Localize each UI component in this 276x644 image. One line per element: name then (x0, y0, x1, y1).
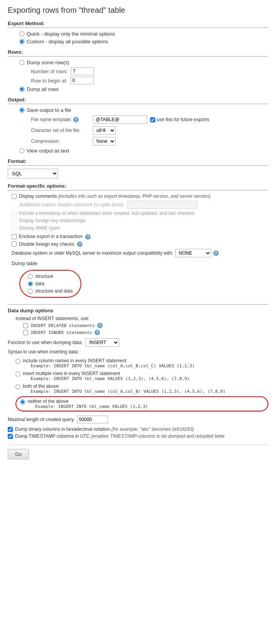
function-label: Function to use when dumping data: (8, 340, 82, 345)
enclose-transaction-info-icon[interactable]: ? (85, 234, 91, 240)
number-of-rows-row: Number of rows: (8, 67, 268, 75)
charset-label: Character set of the file: (31, 128, 93, 133)
include-timestamp-checkbox[interactable] (12, 211, 17, 216)
max-length-input[interactable] (77, 416, 108, 423)
custom-header-row: Additional custom header comment (\n spl… (8, 201, 268, 209)
syntax-multiple-rows-row: insert multiple rows in every INSERT sta… (15, 371, 268, 381)
save-to-file-row: Save output to a file (8, 107, 268, 113)
db-compat-row: Database system or older MySQL server to… (12, 249, 268, 257)
syntax-options: include column names in every INSERT sta… (15, 357, 268, 413)
use-for-future-checkbox[interactable] (150, 117, 155, 122)
db-compat-select[interactable]: NONE ANSI DB2 MAXDB MYSQL323 (175, 249, 211, 257)
row-begin-input[interactable] (70, 77, 94, 84)
syntax-multiple-rows-text: insert multiple rows in every INSERT sta… (23, 371, 190, 381)
file-name-template-label: File name template: ? (31, 117, 93, 123)
export-method-quick-row: Quick - display only the minimal options (8, 31, 268, 37)
include-timestamp-row: Include a timestamp of when databases we… (8, 211, 268, 216)
display-mime-checkbox[interactable] (12, 226, 17, 231)
display-foreign-key-checkbox[interactable] (12, 218, 17, 223)
format-specific-header: Format-specific options: (8, 183, 268, 190)
number-of-rows-input[interactable] (71, 67, 94, 75)
custom-header-input[interactable] (127, 201, 197, 209)
custom-header-label: Additional custom header comment (\n spl… (19, 202, 124, 207)
function-select[interactable]: INSERT UPDATE REPLACE (86, 338, 119, 347)
disable-foreign-key-info-icon[interactable]: ? (77, 242, 82, 247)
display-mime-label: Display MIME types (19, 225, 60, 231)
export-method-custom-radio[interactable] (19, 39, 24, 44)
db-compat-info-icon[interactable]: ? (213, 250, 219, 256)
export-method-quick-radio[interactable] (19, 31, 24, 36)
function-row: Function to use when dumping data: INSER… (8, 338, 268, 347)
output-section: Output: Save output to a file File name … (8, 97, 268, 154)
compression-select[interactable]: None zip gzip (93, 137, 116, 146)
compression-row: Compression: None zip gzip (8, 137, 268, 146)
disable-foreign-key-checkbox[interactable] (12, 242, 17, 247)
dump-all-row: Dump all rows (8, 86, 268, 92)
insert-delayed-checkbox[interactable] (23, 323, 28, 328)
insert-ignore-checkbox[interactable] (23, 330, 28, 335)
output-header: Output: (8, 97, 268, 104)
dump-binary-checkbox[interactable] (8, 427, 13, 432)
file-name-template-row: File name template: ? use this for futur… (8, 115, 268, 124)
display-comments-row: Display comments (includes info such as … (8, 194, 268, 199)
insert-ignore-info-icon[interactable]: ? (94, 330, 100, 335)
include-timestamp-label: Include a timestamp of when databases we… (19, 211, 194, 216)
export-method-custom-label: Custom - display all possible options (27, 39, 108, 45)
enclose-transaction-row: Enclose export in a transaction ? (8, 234, 268, 240)
page-title: Exporting rows from "thread" table (8, 6, 268, 15)
syntax-both-text: both of the above Example: INSERT INTO t… (23, 384, 225, 394)
format-section: Format: SQL CSV JSON XML (8, 158, 268, 178)
instead-of-label: Instead of INSERT statements, use: (8, 316, 268, 321)
syntax-neither-circled: neither of the above Example: INSERT INT… (15, 396, 268, 411)
insert-ignore-label: INSERT IGNORE statements (31, 330, 92, 335)
dump-structure-radio[interactable] (28, 274, 33, 279)
view-as-text-radio[interactable] (19, 148, 24, 153)
dump-structure-data-radio[interactable] (28, 289, 33, 294)
syntax-col-names-row: include column names in every INSERT sta… (15, 358, 268, 368)
syntax-col-names-radio[interactable] (15, 359, 21, 364)
syntax-neither-radio[interactable] (20, 399, 25, 404)
file-name-template-info-icon[interactable]: ? (73, 117, 79, 122)
dump-data-radio[interactable] (28, 281, 33, 286)
page-container: Exporting rows from "thread" table Expor… (0, 0, 276, 465)
enclose-transaction-checkbox[interactable] (12, 234, 17, 239)
dump-some-row: Dump some row(s) (8, 60, 268, 65)
dump-data-label: data (35, 281, 44, 286)
dump-data-row: data (28, 281, 73, 286)
syntax-label: Syntax to use when inserting data: (8, 349, 268, 355)
syntax-both-row: both of the above Example: INSERT INTO t… (15, 384, 268, 394)
display-comments-checkbox[interactable] (12, 194, 17, 199)
syntax-both-radio[interactable] (15, 384, 21, 389)
dump-some-label: Dump some row(s) (27, 60, 69, 65)
insert-delayed-label: INSERT DELAYED statements (31, 323, 95, 328)
dump-some-radio[interactable] (19, 60, 24, 65)
charset-select[interactable]: utf-8 latin1 (93, 126, 116, 135)
display-foreign-key-row: Display foreign key relationships (8, 218, 268, 223)
use-for-future-label: use this for future exports (150, 117, 209, 122)
export-method-section: Export Method: Quick - display only the … (8, 21, 268, 45)
enclose-transaction-label: Enclose export in a transaction ? (19, 234, 91, 240)
format-select-row: SQL CSV JSON XML (8, 169, 268, 178)
file-name-template-field: use this for future exports (93, 115, 209, 124)
row-begin-row: Row to begin at: (8, 77, 268, 84)
data-dump-section: Data dump options Instead of INSERT stat… (8, 304, 268, 439)
syntax-col-names-text: include column names in every INSERT sta… (23, 358, 195, 368)
dump-timestamp-checkbox[interactable] (8, 434, 13, 439)
insert-delayed-info-icon[interactable]: ? (97, 323, 103, 328)
view-as-text-row: View output as text (8, 148, 268, 154)
file-name-template-input[interactable] (93, 115, 147, 124)
format-select[interactable]: SQL CSV JSON XML (8, 169, 58, 178)
view-as-text-label: View output as text (27, 148, 69, 154)
insert-delayed-row: INSERT DELAYED statements ? (8, 323, 268, 328)
number-of-rows-label: Number of rows: (31, 69, 68, 74)
dump-all-label: Dump all rows (27, 86, 58, 92)
dump-table-box: structure data structure and data (19, 270, 81, 298)
charset-field: utf-8 latin1 (93, 126, 116, 135)
save-to-file-radio[interactable] (19, 108, 24, 113)
compression-field: None zip gzip (93, 137, 116, 146)
disable-foreign-key-row: Disable foreign key checks ? (8, 242, 268, 247)
dump-binary-label: Dump binary columns in hexadecimal notat… (15, 426, 194, 432)
dump-all-radio[interactable] (19, 87, 24, 92)
go-button[interactable]: Go (8, 449, 29, 459)
syntax-multiple-rows-radio[interactable] (15, 372, 21, 377)
